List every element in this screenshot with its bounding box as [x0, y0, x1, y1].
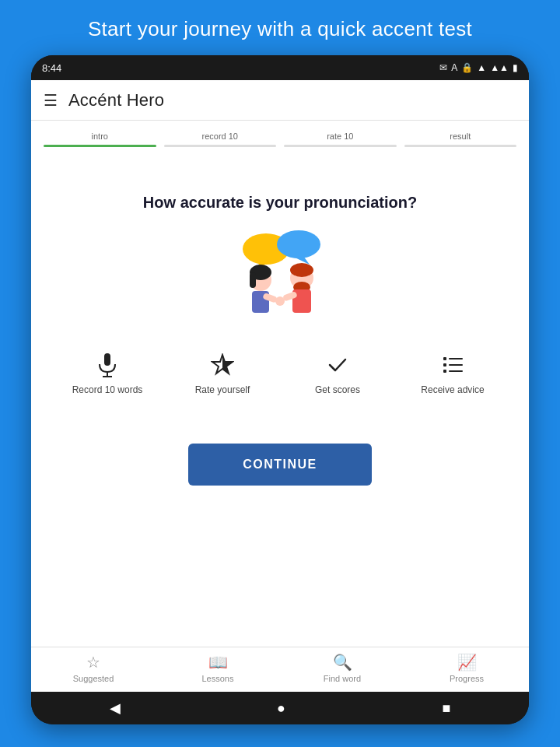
suggested-icon: ☆ [86, 653, 100, 672]
step-rate10-label: rate 10 [327, 132, 353, 141]
nav-suggested-label: Suggested [73, 674, 114, 683]
app-header: ☰ Accént Hero [31, 80, 529, 121]
svg-rect-20 [443, 357, 446, 360]
recents-button[interactable]: ■ [442, 700, 450, 717]
check-icon [327, 352, 348, 378]
feature-rate: Rate yourself [184, 352, 261, 397]
nav-lessons[interactable]: 📖 Lessons [156, 653, 280, 683]
illustration [218, 227, 342, 321]
step-result-bar [404, 145, 517, 147]
outer-background: Start your journey with a quick accent t… [0, 0, 560, 747]
message-icon: ✉ [439, 62, 447, 73]
step-record10-bar [164, 145, 277, 147]
features-row: Record 10 words Rate yourself [50, 352, 510, 397]
step-rate10-bar [284, 145, 397, 147]
nav-suggested[interactable]: ☆ Suggested [31, 653, 156, 683]
step-rate10: rate 10 [284, 132, 397, 147]
svg-point-2 [277, 230, 320, 258]
device-frame: 8:44 ✉ A 🔒 ▲ ▲▲ ▮ ☰ Accént Hero intro [31, 55, 529, 724]
progress-steps: intro record 10 rate 10 result [31, 121, 529, 155]
step-intro-label: intro [92, 132, 108, 141]
nav-lessons-label: Lessons [202, 674, 234, 683]
lessons-icon: 📖 [208, 653, 228, 672]
star-half-icon [211, 352, 234, 378]
nav-find-word-label: Find word [324, 674, 361, 683]
feature-advice-label: Receive advice [421, 384, 484, 397]
svg-point-14 [275, 296, 285, 306]
find-word-icon: 🔍 [333, 653, 352, 672]
signal-bars-icon: ▲▲ [490, 62, 509, 73]
home-button[interactable]: ● [277, 700, 285, 717]
page-title: Start your journey with a quick accent t… [57, 0, 503, 55]
content-area: How accurate is your pronunciation? [31, 155, 529, 647]
status-time: 8:44 [42, 62, 61, 74]
hamburger-icon[interactable]: ☰ [44, 91, 58, 110]
nav-progress-label: Progress [450, 674, 484, 683]
app-title: Accént Hero [68, 90, 164, 110]
pronunciation-question: How accurate is your pronunciation? [143, 194, 417, 212]
status-bar: 8:44 ✉ A 🔒 ▲ ▲▲ ▮ [31, 55, 529, 80]
progress-icon: 📈 [457, 653, 477, 672]
step-record10: record 10 [164, 132, 277, 147]
feature-advice: Receive advice [414, 352, 492, 397]
battery-icon: ▮ [513, 62, 518, 73]
list-icon [442, 352, 464, 378]
bottom-nav: ☆ Suggested 📖 Lessons 🔍 Find word 📈 Prog… [31, 647, 529, 692]
svg-rect-6 [250, 272, 256, 288]
lock-icon: 🔒 [461, 62, 473, 73]
step-result-label: result [450, 132, 471, 141]
svg-rect-15 [104, 353, 110, 366]
nav-progress[interactable]: 📈 Progress [404, 653, 529, 683]
step-record10-label: record 10 [202, 132, 238, 141]
feature-rate-label: Rate yourself [195, 384, 250, 397]
app-screen: ☰ Accént Hero intro record 10 rate 10 [31, 80, 529, 692]
wifi-signal-icon: ▲ [477, 62, 486, 73]
mic-icon [97, 352, 117, 378]
a-icon: A [451, 62, 457, 73]
feature-record-label: Record 10 words [72, 384, 143, 397]
back-button[interactable]: ◀ [110, 700, 121, 717]
step-intro: intro [44, 132, 156, 147]
svg-point-10 [290, 263, 313, 277]
feature-scores-label: Get scores [315, 384, 360, 397]
svg-rect-22 [443, 363, 446, 366]
feature-record: Record 10 words [68, 352, 146, 397]
status-icons: ✉ A 🔒 ▲ ▲▲ ▮ [439, 62, 518, 73]
system-nav: ◀ ● ■ [31, 692, 529, 724]
feature-scores: Get scores [299, 352, 376, 397]
step-result: result [404, 132, 517, 147]
step-intro-bar [44, 145, 156, 147]
svg-rect-24 [443, 370, 446, 373]
continue-button[interactable]: CONTINUE [188, 444, 372, 486]
nav-find-word[interactable]: 🔍 Find word [280, 653, 404, 683]
